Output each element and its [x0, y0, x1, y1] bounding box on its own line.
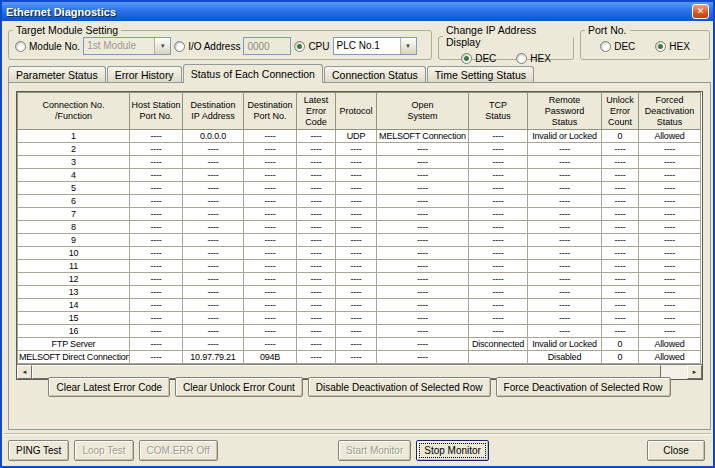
table-cell: ----	[639, 182, 701, 195]
tab-status-of-each-connection[interactable]: Status of Each Connection	[183, 64, 323, 83]
table-cell: 2	[18, 143, 130, 156]
table-cell: ----	[469, 273, 528, 286]
table-cell: ----	[336, 195, 377, 208]
ping-test-button[interactable]: PING Test	[8, 440, 69, 461]
table-cell: ----	[130, 208, 183, 221]
table-cell: ----	[183, 182, 244, 195]
close-dialog-button[interactable]: Close	[647, 440, 705, 461]
table-row[interactable]: FTP Server------------------------Discon…	[18, 338, 701, 351]
table-cell: ----	[336, 338, 377, 351]
module-no-select[interactable]: 1st Module ▼	[83, 37, 171, 55]
disable-deactivation-button[interactable]: Disable Deactivation of Selected Row	[308, 377, 491, 397]
table-cell: ----	[602, 273, 639, 286]
com-err-off-button[interactable]: COM.ERR Off	[139, 440, 218, 461]
table-cell: ----	[244, 247, 297, 260]
table-row[interactable]: 2---------------------------------------…	[18, 143, 701, 156]
table-cell: ----	[183, 234, 244, 247]
table-cell: ----	[528, 195, 602, 208]
io-address-radio[interactable]: I/O Address	[174, 41, 240, 52]
io-address-input[interactable]	[243, 37, 291, 55]
action-button-row: Clear Latest Error CodeClear Unlock Erro…	[9, 377, 710, 397]
table-row[interactable]: 3---------------------------------------…	[18, 156, 701, 169]
table-cell: 12	[18, 273, 130, 286]
table-cell: 094B	[244, 351, 297, 364]
force-deactivation-button[interactable]: Force Deactivation of Selected Row	[496, 377, 671, 397]
table-cell: ----	[602, 195, 639, 208]
table-row[interactable]: 11--------------------------------------…	[18, 260, 701, 273]
table-row[interactable]: 8---------------------------------------…	[18, 221, 701, 234]
table-cell: Invalid or Locked	[528, 338, 602, 351]
table-row[interactable]: 5---------------------------------------…	[18, 182, 701, 195]
table-cell: ----	[183, 156, 244, 169]
chevron-down-icon: ▼	[400, 38, 416, 54]
table-row[interactable]: 13--------------------------------------…	[18, 286, 701, 299]
port-hex-radio[interactable]: HEX	[655, 41, 690, 52]
table-row[interactable]: 10--------------------------------------…	[18, 247, 701, 260]
table-cell: ----	[297, 286, 336, 299]
table-cell: ----	[377, 143, 469, 156]
column-header: Connection No. /Function	[18, 93, 130, 130]
ip-dec-label: DEC	[475, 53, 496, 64]
table-row[interactable]: 16--------------------------------------…	[18, 325, 701, 338]
table-cell: ----	[244, 195, 297, 208]
table-cell: ----	[377, 338, 469, 351]
table-row[interactable]: 6---------------------------------------…	[18, 195, 701, 208]
io-address-label: I/O Address	[188, 41, 240, 52]
table-cell: ----	[244, 156, 297, 169]
table-cell: 13	[18, 286, 130, 299]
table-cell: ----	[244, 208, 297, 221]
cpu-select[interactable]: PLC No.1 ▼	[333, 37, 417, 55]
table-cell: ----	[336, 234, 377, 247]
cpu-radio[interactable]: CPU	[294, 41, 329, 52]
target-module-setting-label: Target Module Setting	[13, 24, 121, 36]
table-row[interactable]: 15--------------------------------------…	[18, 312, 701, 325]
table-cell: ----	[183, 169, 244, 182]
table-cell: ----	[183, 286, 244, 299]
column-header: Open System	[377, 93, 469, 130]
port-dec-radio[interactable]: DEC	[600, 41, 635, 52]
table-cell: ----	[297, 273, 336, 286]
loop-test-button[interactable]: Loop Test	[74, 440, 133, 461]
table-cell: ----	[130, 195, 183, 208]
table-row[interactable]: 9---------------------------------------…	[18, 234, 701, 247]
module-no-label: Module No.	[29, 41, 80, 52]
table-cell: ----	[336, 182, 377, 195]
table-cell: ----	[336, 208, 377, 221]
stop-monitor-button[interactable]: Stop Monitor	[416, 440, 489, 461]
module-no-radio[interactable]: Module No.	[15, 41, 80, 52]
tab-error-history[interactable]: Error History	[107, 66, 182, 82]
table-cell: ----	[130, 130, 183, 143]
table-cell: ----	[639, 312, 701, 325]
table-cell: ----	[336, 299, 377, 312]
table-cell: 9	[18, 234, 130, 247]
table-row[interactable]: 14--------------------------------------…	[18, 299, 701, 312]
table-row[interactable]: 7---------------------------------------…	[18, 208, 701, 221]
table-cell: ----	[639, 195, 701, 208]
radio-icon	[461, 53, 472, 64]
port-no-label: Port No.	[585, 24, 630, 36]
table-cell: ----	[602, 299, 639, 312]
close-button[interactable]: ✕	[692, 4, 709, 19]
start-monitor-button[interactable]: Start Monitor	[338, 440, 411, 461]
table-cell: 5	[18, 182, 130, 195]
tab-time-setting-status[interactable]: Time Setting Status	[427, 66, 534, 82]
ip-hex-radio[interactable]: HEX	[516, 53, 551, 64]
table-cell: ----	[377, 195, 469, 208]
table-cell: MELSOFT Direct Connection	[18, 351, 130, 364]
table-cell: ----	[377, 312, 469, 325]
table-cell: ----	[130, 247, 183, 260]
tab-connection-status[interactable]: Connection Status	[324, 66, 426, 82]
ip-dec-radio[interactable]: DEC	[461, 53, 496, 64]
table-row[interactable]: MELSOFT Direct Connection----10.97.79.21…	[18, 351, 701, 364]
table-cell: ----	[528, 143, 602, 156]
clear-unlock-error-count-button[interactable]: Clear Unlock Error Count	[175, 377, 303, 397]
tab-panel: Connection No. /FunctionHost Station Por…	[8, 82, 711, 430]
clear-latest-error-code-button[interactable]: Clear Latest Error Code	[48, 377, 170, 397]
table-cell: ----	[244, 234, 297, 247]
table-row[interactable]: 4---------------------------------------…	[18, 169, 701, 182]
table-cell: ----	[377, 234, 469, 247]
table-cell: ----	[183, 273, 244, 286]
tab-parameter-status[interactable]: Parameter Status	[8, 66, 106, 82]
table-row[interactable]: 1----0.0.0.0--------UDPMELSOFT Connectio…	[18, 130, 701, 143]
table-row[interactable]: 12--------------------------------------…	[18, 273, 701, 286]
